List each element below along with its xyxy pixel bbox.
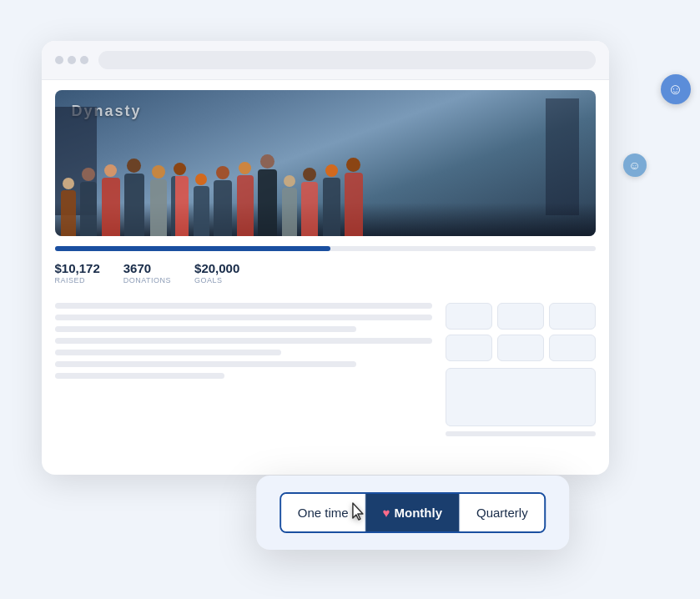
figure-11 bbox=[282, 175, 297, 236]
figure-13 bbox=[323, 164, 340, 236]
bottom-content bbox=[42, 303, 609, 452]
campaign-stats: $10,172 RAISED 3670 DONATIONS $20,000 GO… bbox=[42, 236, 609, 303]
donations-label: DONATIONS bbox=[123, 276, 171, 284]
text-line-1 bbox=[55, 303, 432, 309]
card-4 bbox=[446, 335, 492, 361]
text-line-7 bbox=[55, 373, 224, 379]
figure-10 bbox=[258, 154, 277, 236]
card-2 bbox=[497, 303, 544, 330]
crowd-row bbox=[55, 154, 596, 236]
hero-gradient: Dynasty bbox=[55, 90, 596, 236]
stats-row: $10,172 RAISED 3670 DONATIONS $20,000 GO… bbox=[55, 261, 596, 284]
card-5 bbox=[497, 335, 544, 361]
stat-goals: $20,000 GOALS bbox=[194, 261, 239, 284]
main-scene: Dynasty bbox=[25, 24, 676, 575]
dot-green bbox=[80, 56, 88, 64]
figure-6 bbox=[171, 163, 189, 236]
stat-donations: 3670 DONATIONS bbox=[123, 261, 171, 284]
goal-value: $20,000 bbox=[194, 261, 239, 275]
user-icon: ☺ bbox=[667, 81, 682, 98]
url-bar[interactable] bbox=[98, 51, 596, 69]
figure-14 bbox=[345, 158, 363, 236]
browser-titlebar bbox=[42, 41, 609, 80]
progress-bar-container bbox=[55, 246, 596, 251]
progress-bar-fill bbox=[55, 246, 330, 251]
one-time-label: One time bbox=[298, 506, 349, 520]
goal-label: GOALS bbox=[194, 276, 239, 284]
raised-label: RAISED bbox=[55, 276, 100, 284]
browser-avatar[interactable]: ☺ bbox=[661, 74, 691, 104]
figure-8 bbox=[214, 166, 232, 236]
cursor bbox=[349, 501, 367, 526]
dot-yellow bbox=[68, 56, 76, 64]
secondary-user-icon: ☺ bbox=[628, 159, 640, 172]
stat-raised: $10,172 RAISED bbox=[55, 261, 100, 284]
text-line-5 bbox=[55, 350, 281, 355]
figure-2 bbox=[80, 168, 97, 236]
browser-window: Dynasty bbox=[42, 41, 609, 475]
right-column bbox=[446, 303, 596, 442]
browser-dots bbox=[55, 56, 88, 64]
quarterly-label: Quarterly bbox=[476, 506, 528, 520]
secondary-avatar[interactable]: ☺ bbox=[623, 154, 647, 177]
right-block bbox=[446, 368, 596, 426]
card-3 bbox=[549, 303, 596, 330]
text-line-3 bbox=[55, 326, 357, 332]
figure-7 bbox=[194, 174, 209, 236]
donations-value: 3670 bbox=[123, 261, 171, 275]
figure-9 bbox=[237, 162, 254, 236]
right-text-line bbox=[446, 431, 596, 436]
figure-12 bbox=[301, 168, 318, 236]
left-column bbox=[55, 303, 446, 442]
dot-red bbox=[55, 56, 63, 64]
hero-image-container: Dynasty bbox=[55, 90, 596, 236]
heart-icon: ♥ bbox=[383, 506, 390, 520]
text-line-2 bbox=[55, 315, 432, 320]
figure-3 bbox=[102, 164, 120, 236]
donation-widget: One time ♥Monthly Quarterly bbox=[256, 476, 570, 550]
raised-value: $10,172 bbox=[55, 261, 100, 275]
card-1 bbox=[446, 303, 492, 330]
figure-5 bbox=[150, 165, 167, 236]
card-6 bbox=[549, 335, 596, 361]
figure-1 bbox=[61, 178, 76, 236]
card-grid bbox=[446, 303, 596, 361]
monthly-button[interactable]: ♥Monthly bbox=[366, 494, 460, 531]
figure-4 bbox=[124, 159, 144, 236]
text-line-6 bbox=[55, 361, 357, 367]
text-line-4 bbox=[55, 338, 432, 344]
monthly-label: Monthly bbox=[394, 506, 442, 520]
frequency-buttons-group: One time ♥Monthly Quarterly bbox=[279, 492, 546, 533]
quarterly-button[interactable]: Quarterly bbox=[460, 494, 545, 531]
